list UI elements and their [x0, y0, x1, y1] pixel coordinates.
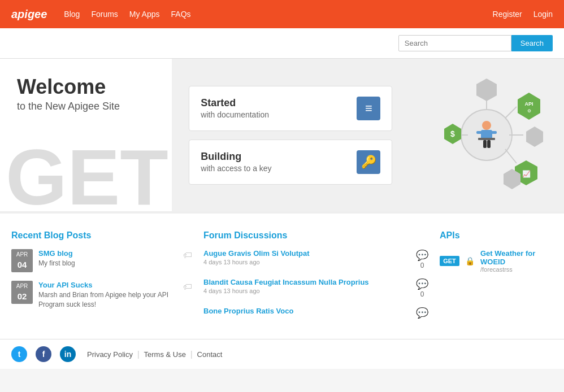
facebook-link[interactable]: f	[36, 346, 51, 362]
blog-title-1[interactable]: SMG blog	[38, 249, 177, 258]
footer-separator: |	[190, 350, 193, 359]
comments-icon: 💬	[416, 278, 428, 290]
blog-excerpt-1: My first blog	[38, 259, 177, 268]
svg-text:📈: 📈	[522, 169, 531, 178]
svg-line-9	[505, 107, 517, 118]
forum-count-2: 💬 0	[416, 278, 428, 298]
search-button[interactable]: Search	[511, 35, 553, 51]
svg-text:$: $	[450, 129, 455, 138]
forum-title-3[interactable]: Bone Proprius Ratis Voco	[203, 307, 410, 315]
card-building-title: Building	[201, 151, 348, 163]
nav-forums[interactable]: Forums	[91, 10, 118, 19]
contact-link[interactable]: Contact	[197, 350, 223, 359]
svg-line-11	[505, 149, 517, 163]
forum-section: Forum Discussions Augue Gravis Olim Si V…	[203, 230, 428, 328]
blog-title-2[interactable]: Your API Sucks	[38, 281, 177, 289]
footer-separator: |	[137, 350, 140, 359]
hero-cards: Started with documentation ≡ Building wi…	[172, 59, 409, 211]
svg-point-1	[482, 121, 491, 130]
api-method-badge: GET	[440, 256, 459, 266]
welcome-subtitle: to the New Apigee Site	[17, 101, 155, 112]
api-illustration: API ⚙ $ 📈	[422, 76, 552, 194]
key-icon: 🔑	[357, 150, 380, 174]
api-name[interactable]: Get Weather for WOEID	[480, 249, 553, 266]
blog-date-2: Apr 02	[11, 281, 33, 304]
card-started-subtitle: with documentation	[201, 110, 348, 119]
tag-icon: 🏷	[183, 250, 192, 260]
nav-myapps[interactable]: My Apps	[129, 10, 160, 19]
twitter-link[interactable]: t	[11, 346, 27, 362]
blog-item: Apr 02 Your API Sucks Marsh and Brian fr…	[11, 281, 192, 310]
card-building-subtitle: with access to a key	[201, 164, 348, 173]
get-watermark: GET	[6, 138, 168, 211]
forum-meta-1: 4 days 13 hours ago	[203, 259, 410, 265]
card-started-title: Started	[201, 97, 348, 109]
comments-icon: 💬	[416, 249, 428, 262]
svg-rect-7	[478, 138, 495, 140]
forum-item: Bone Proprius Ratis Voco 💬	[203, 307, 428, 319]
api-path: /forecastrss	[480, 266, 553, 273]
search-input[interactable]	[398, 35, 511, 51]
svg-rect-6	[491, 131, 497, 134]
register-link[interactable]: Register	[493, 10, 522, 19]
nav-blog[interactable]: Blog	[64, 10, 80, 19]
tag-icon: 🏷	[183, 282, 192, 292]
card-building[interactable]: Building with access to a key 🔑	[189, 140, 392, 185]
svg-rect-3	[483, 140, 487, 148]
api-item: GET 🔒 Get Weather for WOEID /forecastrss	[440, 249, 553, 273]
footer-links: Privacy Policy | Terms & Use | Contact	[87, 350, 222, 359]
privacy-policy-link[interactable]: Privacy Policy	[87, 350, 133, 359]
forum-meta-2: 4 days 13 hours ago	[203, 288, 410, 294]
linkedin-link[interactable]: in	[60, 346, 76, 362]
welcome-title: Welcome	[17, 76, 155, 98]
svg-marker-20	[476, 79, 497, 101]
site-logo[interactable]: apigee	[11, 8, 47, 21]
login-link[interactable]: Login	[533, 10, 553, 19]
content-section: Recent Blog Posts Apr 04 SMG blog My fir…	[0, 211, 564, 339]
hero-illustration: API ⚙ $ 📈	[409, 59, 564, 211]
doc-icon: ≡	[357, 97, 380, 120]
api-section-title: APIs	[440, 230, 553, 241]
hero-left: Welcome to the New Apigee Site GET	[0, 59, 172, 211]
footer: t f in Privacy Policy | Terms & Use | Co…	[0, 339, 564, 369]
card-started[interactable]: Started with documentation ≡	[189, 86, 392, 131]
terms-link[interactable]: Terms & Use	[144, 350, 186, 359]
api-section: APIs GET 🔒 Get Weather for WOEID /foreca…	[440, 230, 553, 328]
forum-count-1: 💬 0	[416, 249, 428, 269]
blog-item: Apr 04 SMG blog My first blog 🏷	[11, 249, 192, 272]
svg-rect-5	[476, 131, 482, 134]
nav-faqs[interactable]: FAQs	[171, 10, 191, 19]
forum-title-2[interactable]: Blandit Causa Feugiat Incassum Nulla Pro…	[203, 278, 410, 286]
blog-date-1: Apr 04	[11, 249, 33, 272]
svg-text:API: API	[525, 101, 533, 107]
blog-section-title: Recent Blog Posts	[11, 230, 192, 241]
svg-marker-21	[526, 127, 543, 147]
forum-item: Blandit Causa Feugiat Incassum Nulla Pro…	[203, 278, 428, 298]
forum-title-1[interactable]: Augue Gravis Olim Si Volutpat	[203, 249, 410, 258]
forum-count-3: 💬	[416, 307, 428, 319]
hero-section: Welcome to the New Apigee Site GET Start…	[0, 59, 564, 211]
svg-text:⚙: ⚙	[527, 108, 531, 114]
search-bar: Search	[0, 28, 564, 59]
top-navigation: apigee Blog Forums My Apps FAQs Register…	[0, 0, 564, 28]
lock-icon: 🔒	[465, 256, 475, 265]
forum-section-title: Forum Discussions	[203, 230, 428, 241]
forum-item: Augue Gravis Olim Si Volutpat 4 days 13 …	[203, 249, 428, 269]
blog-excerpt-2: Marsh and Brian from Apigee help your AP…	[38, 290, 177, 310]
blog-section: Recent Blog Posts Apr 04 SMG blog My fir…	[11, 230, 192, 328]
svg-rect-4	[487, 140, 491, 148]
comments-icon: 💬	[416, 307, 428, 319]
